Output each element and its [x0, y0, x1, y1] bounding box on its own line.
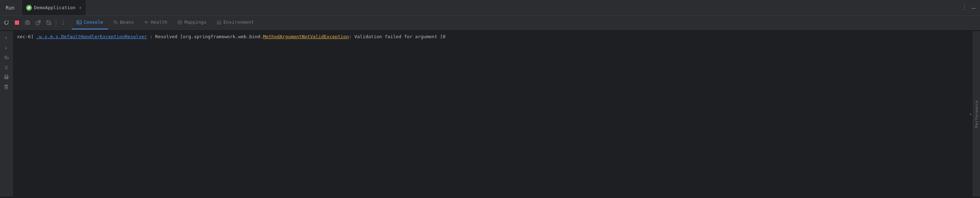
delete-button[interactable]: [2, 83, 11, 91]
soft-wrap-button[interactable]: [2, 53, 11, 62]
tab-health-label: Health: [151, 19, 167, 25]
scroll-right-indicator[interactable]: ›: [969, 111, 972, 117]
ide-window: Run DemoApplication × ⋮ —: [0, 0, 980, 198]
log-rest: : Validation failed for argument [0: [349, 33, 445, 41]
log-class-link[interactable]: .w.s.m.s.DefaultHandlerExceptionResolver: [37, 33, 147, 41]
toolbar: ⋮ Console Beans: [0, 16, 980, 30]
demo-application-tab[interactable]: DemoApplication ×: [22, 0, 86, 15]
log-separator: : Resolved [org.springframework.web.bind…: [147, 33, 263, 41]
tab-environment-label: Environment: [224, 19, 254, 25]
print-button[interactable]: [2, 73, 11, 81]
svg-marker-0: [8, 21, 9, 22]
external-link-button[interactable]: [33, 18, 43, 27]
spring-icon: [26, 5, 32, 11]
tab-beans[interactable]: Beans: [108, 16, 139, 29]
screenshot-button[interactable]: [22, 18, 32, 27]
console-content: xec-6] .w.s.m.s.DefaultHandlerExceptionR…: [13, 31, 973, 196]
log-exception-link[interactable]: MethodArgumentNotValidException: [263, 33, 349, 41]
restart-button[interactable]: [2, 18, 11, 27]
svg-rect-2: [25, 21, 30, 24]
tab-close-button[interactable]: ×: [79, 5, 82, 10]
tab-health[interactable]: Health: [139, 16, 172, 29]
tab-name: DemoApplication: [34, 5, 75, 10]
title-bar: Run DemoApplication × ⋮ —: [0, 0, 980, 16]
scroll-up-button[interactable]: ↑: [2, 33, 11, 42]
more-actions-button[interactable]: ⋮: [58, 18, 68, 27]
log-line-1: xec-6] .w.s.m.s.DefaultHandlerExceptionR…: [17, 33, 969, 41]
tab-beans-label: Beans: [120, 19, 134, 25]
svg-rect-1: [15, 21, 19, 25]
svg-rect-20: [5, 86, 8, 89]
tab-environment[interactable]: Environment: [212, 16, 259, 29]
title-bar-actions: ⋮ —: [960, 2, 977, 13]
minimize-icon[interactable]: —: [970, 2, 977, 13]
suspend-button[interactable]: [44, 18, 54, 27]
tab-mappings-label: Mappings: [185, 19, 207, 25]
nav-tabs: Console Beans Health: [72, 16, 259, 29]
tab-console[interactable]: Console: [72, 16, 108, 29]
toolbar-divider: [56, 19, 56, 26]
log-prefix: xec-6]: [17, 33, 37, 41]
console-area: ↑ ↓: [0, 30, 980, 198]
scroll-end-button[interactable]: [2, 63, 11, 72]
scroll-down-button[interactable]: ↓: [2, 43, 11, 52]
performance-label: Performance: [974, 100, 979, 128]
stop-button[interactable]: [12, 18, 22, 27]
kebab-menu-icon[interactable]: ⋮: [960, 3, 969, 12]
run-label: Run: [3, 3, 18, 12]
tab-mappings[interactable]: Mappings: [172, 16, 212, 29]
svg-rect-7: [77, 21, 81, 24]
tab-console-label: Console: [84, 19, 103, 25]
console-sidebar: ↑ ↓: [0, 31, 13, 196]
svg-rect-16: [5, 75, 8, 77]
performance-panel[interactable]: Performance: [973, 31, 980, 196]
svg-point-3: [27, 22, 29, 24]
